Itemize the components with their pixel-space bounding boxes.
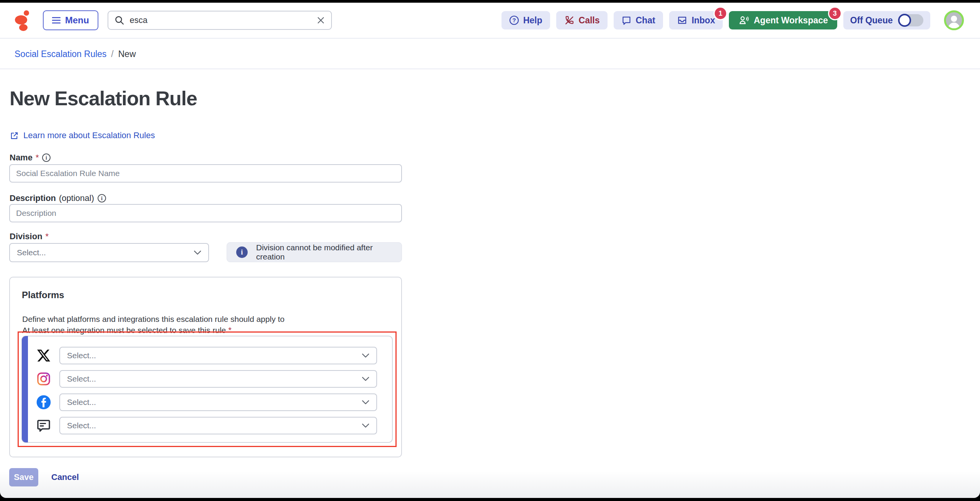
breadcrumb-parent-link[interactable]: Social Escalation Rules <box>15 49 106 59</box>
description-label: Description (optional) i <box>10 193 106 203</box>
menu-button[interactable]: Menu <box>43 10 98 30</box>
platform-integrations-panel: Select... <box>21 336 393 443</box>
calls-button-label: Calls <box>579 15 600 26</box>
division-label-text: Division <box>10 232 42 242</box>
svg-text:i: i <box>101 196 103 201</box>
chat-icon <box>621 15 632 26</box>
name-label: Name * i <box>10 153 51 163</box>
x-twitter-icon <box>28 348 59 363</box>
platform-row-instagram: Select... <box>28 370 392 388</box>
svg-text:?: ? <box>512 17 516 23</box>
help-icon: ? <box>509 15 519 25</box>
clear-search-icon[interactable] <box>317 16 325 24</box>
breadcrumb-current: New <box>118 49 136 59</box>
chevron-down-icon <box>362 400 369 405</box>
search-input[interactable] <box>130 15 311 25</box>
chat-button-label: Chat <box>636 15 655 26</box>
description-optional-text: (optional) <box>59 193 94 203</box>
division-select-value: Select... <box>17 248 46 257</box>
facebook-integration-select[interactable]: Select... <box>59 393 377 411</box>
topbar-nav: ? Help Calls Chat <box>501 10 964 30</box>
main-content: New Escalation Rule Learn more about Esc… <box>0 70 980 498</box>
facebook-select-value: Select... <box>67 398 96 407</box>
platform-row-x: Select... <box>28 347 392 364</box>
messaging-icon <box>28 418 59 433</box>
inbox-button[interactable]: Inbox 1 <box>669 11 723 29</box>
agent-workspace-badge: 3 <box>828 7 842 20</box>
facebook-icon <box>28 395 59 410</box>
division-label: Division * <box>10 232 49 242</box>
off-queue-toggle[interactable] <box>898 14 923 26</box>
chevron-down-icon <box>194 250 201 255</box>
panel-accent-bar <box>22 336 28 442</box>
avatar-body <box>948 23 960 29</box>
x-select-value: Select... <box>67 351 96 360</box>
messaging-select-value: Select... <box>67 421 96 430</box>
save-button[interactable]: Save <box>9 468 38 486</box>
description-input[interactable] <box>9 204 402 222</box>
user-avatar[interactable] <box>944 10 964 30</box>
calls-button[interactable]: Calls <box>556 11 608 29</box>
description-info-icon[interactable]: i <box>97 194 106 203</box>
chat-button[interactable]: Chat <box>614 11 663 29</box>
division-info-text: Division cannot be modified after creati… <box>256 243 392 261</box>
external-link-icon <box>10 131 19 140</box>
instagram-icon <box>28 372 59 386</box>
phone-slash-icon <box>564 15 575 26</box>
inbox-button-label: Inbox <box>692 15 715 26</box>
off-queue-toggle-knob <box>898 14 911 27</box>
name-info-icon[interactable]: i <box>42 153 51 162</box>
messaging-integration-select[interactable]: Select... <box>59 417 377 434</box>
instagram-integration-select[interactable]: Select... <box>59 370 377 388</box>
division-info-chip: i Division cannot be modified after crea… <box>227 242 402 262</box>
help-button[interactable]: ? Help <box>501 11 550 29</box>
learn-more-link[interactable]: Learn more about Escalation Rules <box>10 131 155 140</box>
name-input[interactable] <box>9 164 402 183</box>
inbox-icon <box>677 15 688 26</box>
platform-row-messaging: Select... <box>28 417 392 434</box>
chevron-down-icon <box>362 377 369 381</box>
division-required-asterisk: * <box>46 232 49 242</box>
platforms-card: Platforms Define what platforms and inte… <box>9 277 402 457</box>
platforms-description-line1: Define what platforms and integrations t… <box>22 315 284 323</box>
agent-workspace-icon <box>738 15 750 26</box>
global-search <box>108 11 332 30</box>
search-icon <box>114 15 124 25</box>
form-actions: Save Cancel <box>9 468 79 486</box>
off-queue-control: Off Queue <box>843 11 930 29</box>
chevron-down-icon <box>362 353 369 358</box>
avatar-head <box>951 16 957 22</box>
name-required-asterisk: * <box>36 153 39 163</box>
top-bar: Menu ? Help <box>0 3 980 39</box>
inbox-badge: 1 <box>714 7 727 20</box>
hamburger-icon <box>52 17 60 24</box>
breadcrumb-separator: / <box>111 49 113 59</box>
platforms-title: Platforms <box>22 290 64 300</box>
breadcrumb: Social Escalation Rules / New <box>0 39 980 69</box>
agent-workspace-label: Agent Workspace <box>754 15 828 26</box>
page-title: New Escalation Rule <box>10 87 197 110</box>
division-select[interactable]: Select... <box>9 243 209 262</box>
learn-more-label: Learn more about Escalation Rules <box>23 131 155 140</box>
off-queue-label: Off Queue <box>850 15 893 26</box>
description-label-text: Description <box>10 193 56 203</box>
svg-text:i: i <box>46 155 47 161</box>
info-filled-icon: i <box>236 246 248 258</box>
chevron-down-icon <box>362 423 369 428</box>
app-window: Menu ? Help <box>0 3 980 498</box>
platform-row-facebook: Select... <box>28 393 392 411</box>
menu-button-label: Menu <box>65 15 89 26</box>
genesys-logo-icon <box>15 10 32 31</box>
annotation-highlight-box: Select... <box>18 331 397 447</box>
x-integration-select[interactable]: Select... <box>59 347 377 364</box>
help-button-label: Help <box>523 15 542 26</box>
instagram-select-value: Select... <box>67 374 96 384</box>
agent-workspace-button[interactable]: Agent Workspace 3 <box>729 11 837 29</box>
cancel-button[interactable]: Cancel <box>51 472 79 482</box>
name-label-text: Name <box>10 153 33 163</box>
